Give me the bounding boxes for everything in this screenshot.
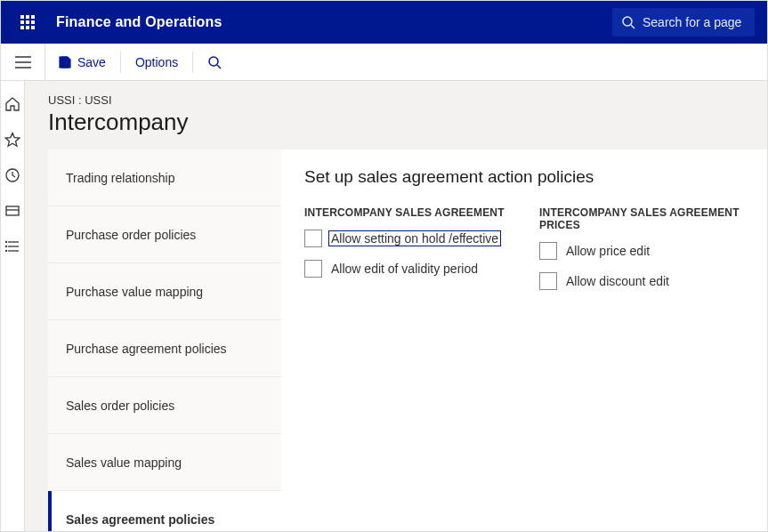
hamburger-icon: [15, 56, 31, 69]
command-bar-row: Save Options: [1, 44, 767, 81]
topbar: Finance and Operations Search for a page: [1, 1, 767, 44]
group-title: INTERCOMPANY SALES AGREEMENT PRICES: [539, 206, 744, 231]
search-icon: [207, 55, 222, 69]
page-title: Intercompany: [48, 109, 767, 136]
checkbox-allow-price-edit[interactable]: [539, 242, 557, 260]
find-button[interactable]: [195, 44, 234, 81]
page-header: USSI : USSI Intercompany: [25, 81, 767, 149]
field-allow-price-edit: Allow price edit: [539, 242, 744, 260]
nav-favorites-button[interactable]: [4, 131, 21, 149]
save-button-label: Save: [77, 55, 106, 69]
nav-modules-button[interactable]: [4, 238, 21, 255]
svg-point-16: [209, 57, 218, 66]
svg-rect-19: [6, 206, 19, 215]
tab-purchase-order-policies[interactable]: Purchase order policies: [48, 206, 281, 263]
svg-point-26: [6, 251, 7, 252]
tab-sales-agreement-policies[interactable]: Sales agreement policies: [48, 491, 281, 532]
svg-line-17: [217, 65, 221, 69]
brand-title: Finance and Operations: [45, 14, 222, 30]
svg-rect-15: [61, 63, 69, 68]
separator: [120, 52, 121, 73]
checkbox-label[interactable]: Allow price edit: [566, 244, 650, 258]
nav-workspaces-button[interactable]: [4, 202, 21, 220]
nav-toggle-button[interactable]: [1, 44, 45, 80]
checkbox-label[interactable]: Allow discount edit: [566, 274, 669, 288]
svg-rect-7: [26, 26, 29, 29]
svg-rect-2: [31, 15, 35, 19]
tab-purchase-agreement-policies[interactable]: Purchase agreement policies: [48, 320, 281, 377]
section-heading: Set up sales agreement action policies: [304, 167, 744, 187]
tab-label: Trading relationship: [66, 171, 174, 185]
svg-rect-3: [20, 20, 24, 24]
search-placeholder: Search for a page: [643, 15, 741, 29]
tab-trading-relationship[interactable]: Trading relationship: [48, 149, 281, 206]
checkbox-allow-discount-edit[interactable]: [539, 272, 557, 290]
svg-line-10: [631, 25, 635, 28]
tab-sales-order-policies[interactable]: Sales order policies: [48, 377, 281, 434]
list-icon: [4, 238, 20, 254]
clock-icon: [4, 167, 20, 183]
svg-rect-1: [26, 15, 29, 19]
tab-label: Sales order policies: [66, 399, 174, 413]
breadcrumb: USSI : USSI: [48, 93, 767, 107]
panels: Trading relationship Purchase order poli…: [25, 149, 767, 532]
tab-label: Purchase order policies: [66, 228, 196, 242]
field-groups: INTERCOMPANY SALES AGREEMENT Allow setti…: [304, 206, 744, 302]
checkbox-label[interactable]: Allow setting on hold /effective: [328, 230, 501, 246]
group-intercompany-sales-agreement-prices: INTERCOMPANY SALES AGREEMENT PRICES Allo…: [539, 206, 744, 302]
svg-point-24: [6, 246, 7, 247]
left-rail: [1, 81, 25, 532]
group-title: INTERCOMPANY SALES AGREEMENT: [304, 206, 509, 219]
command-bar: Save Options: [45, 44, 234, 80]
field-allow-edit-validity: Allow edit of validity period: [304, 260, 509, 278]
tab-sales-value-mapping[interactable]: Sales value mapping: [48, 434, 281, 491]
svg-rect-6: [20, 26, 24, 29]
waffle-icon: [20, 15, 35, 29]
checkbox-allow-edit-validity[interactable]: [304, 260, 322, 278]
search-box[interactable]: Search for a page: [612, 8, 755, 36]
options-button[interactable]: Options: [123, 44, 190, 81]
tab-purchase-value-mapping[interactable]: Purchase value mapping: [48, 263, 281, 320]
field-allow-on-hold-effective: Allow setting on hold /effective: [304, 230, 509, 247]
svg-point-22: [6, 242, 7, 243]
side-tabs: Trading relationship Purchase order poli…: [48, 149, 281, 532]
svg-rect-14: [61, 57, 67, 60]
tab-content: Set up sales agreement action policies I…: [281, 149, 767, 532]
save-icon: [58, 55, 72, 69]
field-allow-discount-edit: Allow discount edit: [539, 272, 744, 290]
workspace: USSI : USSI Intercompany Trading relatio…: [25, 81, 767, 532]
separator: [192, 52, 193, 73]
tab-label: Sales agreement policies: [66, 512, 214, 527]
app-launcher-button[interactable]: [10, 15, 45, 29]
nav-recent-button[interactable]: [4, 166, 21, 184]
save-button[interactable]: Save: [45, 44, 118, 81]
tab-label: Purchase agreement policies: [66, 342, 227, 356]
checkbox-label[interactable]: Allow edit of validity period: [331, 262, 478, 276]
main-region: USSI : USSI Intercompany Trading relatio…: [1, 81, 767, 532]
checkbox-allow-on-hold-effective[interactable]: [304, 230, 322, 247]
svg-rect-8: [31, 26, 35, 29]
search-icon: [621, 15, 635, 29]
tab-label: Purchase value mapping: [66, 285, 203, 299]
svg-point-9: [623, 17, 632, 26]
home-icon: [4, 96, 20, 112]
svg-rect-5: [31, 20, 35, 24]
group-intercompany-sales-agreement: INTERCOMPANY SALES AGREEMENT Allow setti…: [304, 206, 509, 302]
options-button-label: Options: [135, 55, 178, 69]
svg-rect-0: [20, 15, 24, 19]
star-icon: [4, 132, 20, 148]
svg-rect-4: [26, 20, 29, 24]
tab-label: Sales value mapping: [66, 455, 182, 470]
nav-home-button[interactable]: [4, 95, 21, 113]
workspace-icon: [4, 203, 20, 219]
